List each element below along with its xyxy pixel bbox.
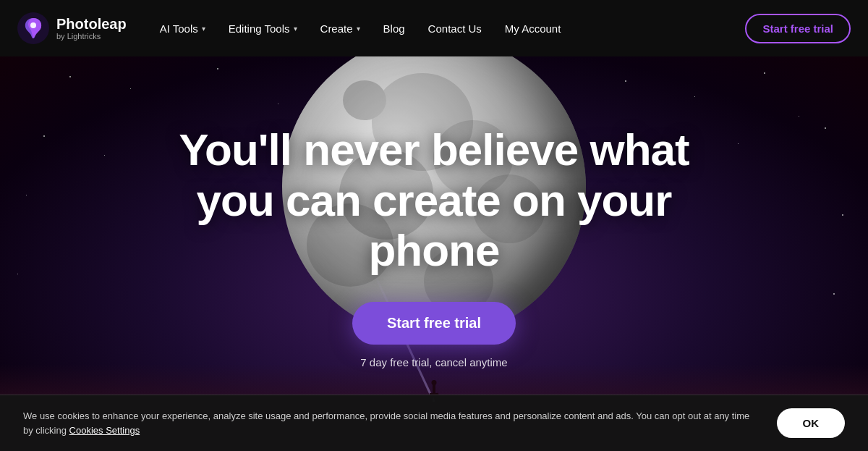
logo-icon	[17, 12, 49, 44]
nav-items: AI Tools ▾ Editing Tools ▾ Create ▾ Blog…	[150, 14, 851, 43]
brand-name: Photoleap	[56, 16, 127, 32]
logo[interactable]: Photoleap by Lightricks	[17, 12, 127, 44]
chevron-down-icon: ▾	[202, 25, 205, 33]
nav-item-ai-tools[interactable]: AI Tools ▾	[150, 17, 216, 41]
brand-sub: by Lightricks	[56, 32, 127, 41]
hero-sub-label: 7 day free trial, cancel anytime	[360, 356, 507, 368]
nav-start-free-trial-button[interactable]: Start free trial	[745, 14, 851, 43]
hero-title: You'll never believe what you can create…	[159, 125, 709, 275]
logo-text: Photoleap by Lightricks	[56, 16, 127, 41]
cookie-text: We use cookies to enhance your experienc…	[23, 409, 760, 437]
hero-content: You'll never believe what you can create…	[0, 56, 868, 451]
hero-start-free-trial-button[interactable]: Start free trial	[352, 302, 516, 345]
nav-item-my-account[interactable]: My Account	[495, 17, 571, 41]
chevron-down-icon: ▾	[357, 25, 360, 33]
navbar: Photoleap by Lightricks AI Tools ▾ Editi…	[0, 0, 868, 56]
nav-item-blog[interactable]: Blog	[373, 17, 415, 41]
chevron-down-icon: ▾	[294, 25, 297, 33]
nav-item-create[interactable]: Create ▾	[310, 17, 370, 41]
nav-item-contact-us[interactable]: Contact Us	[418, 17, 492, 41]
cookie-ok-button[interactable]: OK	[777, 408, 846, 438]
svg-point-1	[30, 22, 36, 28]
cookies-settings-link[interactable]: Cookies Settings	[69, 425, 140, 436]
hero-section: You'll never believe what you can create…	[0, 56, 868, 451]
cookie-banner: We use cookies to enhance your experienc…	[0, 395, 868, 451]
nav-item-editing-tools[interactable]: Editing Tools ▾	[218, 17, 307, 41]
